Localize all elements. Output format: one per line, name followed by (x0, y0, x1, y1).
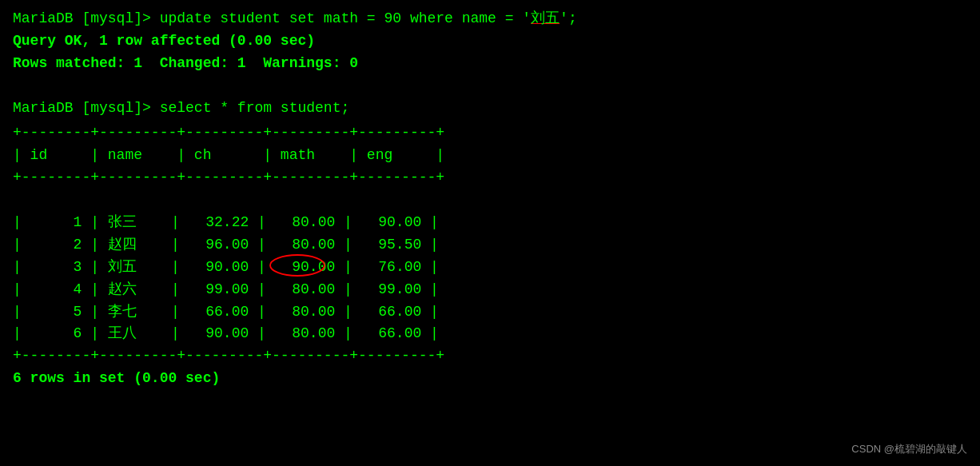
table-row: | 1 | 张三 | 32.22 | 80.00 | 90.00 | (13, 212, 967, 234)
prompt-2: MariaDB [mysql]> (13, 100, 151, 116)
separator-top: +--------+---------+---------+---------+… (13, 122, 967, 145)
result-line-1: Query OK, 1 row affected (0.00 sec) (13, 30, 967, 53)
command-line-1: MariaDB [mysql]> update student set math… (13, 8, 967, 30)
cmd-1-text: update student set math = 90 where name … (151, 10, 577, 26)
separator-bottom: +--------+---------+---------+---------+… (13, 345, 967, 368)
table-header: | id | name | ch | math | eng | (13, 145, 967, 167)
svg-point-0 (270, 255, 325, 276)
cmd-2-text: select * from student; (151, 100, 349, 116)
table-row: | 6 | 王八 | 90.00 | 80.00 | 66.00 | (13, 323, 967, 345)
table-output: +--------+---------+---------+---------+… (13, 122, 967, 390)
highlighted-cell: 90.00 (275, 257, 344, 279)
table-row: | 5 | 李七 | 66.00 | 80.00 | 66.00 | (13, 301, 967, 324)
table-row-highlighted: | 3 | 刘五 | 90.00 | 90.00 | 76.00 | (13, 257, 967, 279)
result-line-2: Rows matched: 1 Changed: 1 Warnings: 0 (13, 53, 967, 75)
separator-header: +--------+---------+---------+---------+… (13, 167, 967, 189)
prompt-1: MariaDB [mysql]> (13, 10, 151, 26)
table-row: | 2 | 赵四 | 96.00 | 80.00 | 95.50 | (13, 234, 967, 257)
blank-1 (13, 75, 967, 98)
command-line-2: MariaDB [mysql]> select * from student; (13, 98, 967, 120)
footer: 6 rows in set (0.00 sec) (13, 368, 967, 390)
blank-2 (13, 189, 967, 212)
terminal: MariaDB [mysql]> update student set math… (13, 8, 967, 390)
table-row: | 4 | 赵六 | 99.00 | 80.00 | 99.00 | (13, 279, 967, 301)
watermark: CSDN @梳碧湖的敲键人 (851, 442, 967, 456)
